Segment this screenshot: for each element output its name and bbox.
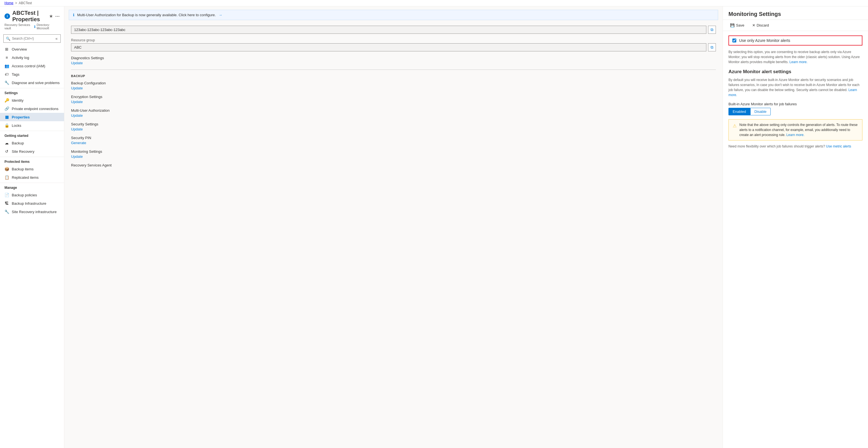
replicated-items-icon: 📋	[4, 175, 9, 180]
save-button[interactable]: 💾 Save	[728, 22, 746, 29]
security-pin-link[interactable]: Generate	[71, 141, 86, 145]
backup-config-label: Backup Configuration	[71, 81, 716, 85]
resource-group-label: Resource group	[71, 38, 716, 42]
sidebar: i ABCTest | Properties ★ ⋯ Recovery Serv…	[0, 6, 64, 448]
right-panel-content: Use only Azure Monitor alerts By selecti…	[723, 31, 868, 153]
toggle-enabled-button[interactable]: Enabled	[728, 108, 750, 115]
diagnostics-row: Diagnostics Settings Update	[71, 56, 716, 65]
info-icon: ℹ	[34, 25, 35, 29]
sidebar-item-backup-items[interactable]: 📦 Backup items	[0, 165, 64, 173]
description-1: By selecting this option, you are consen…	[728, 49, 862, 65]
backup-icon: ☁	[4, 141, 9, 145]
favorite-icon[interactable]: ★	[49, 14, 53, 19]
multi-user-link[interactable]: Update	[71, 113, 83, 117]
toggle-label: Built-in Azure Monitor alerts for job fa…	[728, 102, 862, 106]
learn-more-1-link[interactable]: Learn more.	[789, 60, 808, 64]
backup-items-icon: 📦	[4, 167, 9, 171]
breadcrumb-current: ABCTest	[19, 1, 32, 5]
tags-icon: 🏷	[4, 72, 9, 76]
multi-user-label: Multi-User Authorization	[71, 108, 716, 112]
multi-user-row: Multi-User Authorization Update	[71, 108, 716, 117]
use-azure-monitor-option[interactable]: Use only Azure Monitor alerts	[728, 35, 862, 45]
notification-bar[interactable]: ℹ Multi-User Authorization for Backup is…	[69, 10, 718, 20]
site-recovery-infrastructure-icon: 🔧	[4, 209, 9, 214]
warning-icon: ⚠	[733, 123, 737, 137]
settings-section-label: Settings	[0, 88, 64, 96]
activity-log-icon: ≡	[4, 55, 9, 60]
access-control-icon: 👥	[4, 64, 9, 68]
right-panel-toolbar: 💾 Save ✕ Discard	[723, 20, 868, 31]
security-settings-link[interactable]: Update	[71, 127, 83, 131]
sidebar-item-private-endpoint[interactable]: 🔗 Private endpoint connections	[0, 104, 64, 113]
sidebar-item-tags[interactable]: 🏷 Tags	[0, 70, 64, 78]
learn-more-warning-link[interactable]: Learn more.	[786, 133, 805, 137]
sidebar-item-overview[interactable]: ⊞ Overview	[0, 45, 64, 53]
search-input[interactable]	[12, 37, 53, 40]
sidebar-item-site-recovery[interactable]: ↺ Site Recovery	[0, 147, 64, 156]
notification-text: Multi-User Authorization for Backup is n…	[77, 13, 216, 17]
security-pin-row: Security PIN Generate	[71, 136, 716, 145]
discard-icon: ✕	[752, 23, 755, 27]
diagnostics-update-link[interactable]: Update	[71, 61, 83, 65]
sidebar-item-activity-log[interactable]: ≡ Activity log	[0, 53, 64, 62]
sidebar-item-site-recovery-infrastructure[interactable]: 🔧 Site Recovery infrastructure	[0, 208, 64, 216]
discard-button[interactable]: ✕ Discard	[750, 22, 771, 29]
monitoring-link[interactable]: Update	[71, 154, 83, 159]
properties-content: 123abc-123abc-123abc-123abc ⧉ Resource g…	[64, 24, 722, 178]
copy-resource-group-button[interactable]: ⧉	[708, 43, 716, 51]
warning-box: ⚠ Note that the above setting only contr…	[728, 119, 862, 140]
protected-items-section-label: Protected items	[0, 157, 64, 165]
sidebar-item-backup[interactable]: ☁ Backup	[0, 139, 64, 147]
backup-policies-icon: 📄	[4, 193, 9, 197]
metric-alerts-link[interactable]: Use metric alerts	[826, 144, 851, 148]
recovery-agent-label: Recovery Services Agent	[71, 163, 716, 167]
backup-config-link[interactable]: Update	[71, 86, 83, 90]
monitoring-row: Monitoring Settings Update	[71, 149, 716, 159]
backup-infrastructure-icon: 🏗	[4, 201, 9, 206]
collapse-button[interactable]: «	[55, 36, 58, 41]
breadcrumb: Home > ABCTest	[0, 0, 868, 6]
breadcrumb-home[interactable]: Home	[4, 1, 13, 5]
security-settings-label: Security Settings	[71, 122, 716, 126]
azure-monitor-checkbox[interactable]	[733, 39, 736, 42]
right-panel-title: Monitoring Settings	[728, 11, 862, 17]
diagnose-icon: 🔧	[4, 80, 9, 85]
sidebar-search-container[interactable]: 🔍 «	[3, 34, 61, 43]
sidebar-item-properties[interactable]: ▦ Properties	[0, 113, 64, 121]
site-recovery-icon: ↺	[4, 149, 9, 153]
recovery-agent-row: Recovery Services Agent	[71, 163, 716, 167]
encryption-link[interactable]: Update	[71, 100, 83, 104]
sidebar-item-backup-infrastructure[interactable]: 🏗 Backup Infrastructure	[0, 199, 64, 208]
sidebar-header: i ABCTest | Properties ★ ⋯ Recovery Serv…	[0, 6, 64, 32]
resource-id-value: 123abc-123abc-123abc-123abc	[71, 26, 706, 34]
diagnostics-label: Diagnostics Settings	[71, 56, 716, 60]
copy-resource-id-button[interactable]: ⧉	[708, 26, 716, 34]
private-endpoint-icon: 🔗	[4, 106, 9, 111]
right-panel: Monitoring Settings 💾 Save ✕ Discard Use…	[722, 6, 868, 448]
sidebar-subtitle: Recovery Services vault ℹ Directory: Mic…	[4, 23, 60, 30]
properties-icon: ▦	[4, 115, 9, 119]
toggle-disable-button[interactable]: Disable	[750, 108, 771, 115]
sidebar-item-backup-policies[interactable]: 📄 Backup policies	[0, 191, 64, 199]
sidebar-item-replicated-items[interactable]: 📋 Replicated items	[0, 173, 64, 181]
security-pin-label: Security PIN	[71, 136, 716, 140]
sidebar-item-locks[interactable]: 🔒 Locks	[0, 121, 64, 130]
notification-link[interactable]: →	[219, 13, 222, 17]
encryption-row: Encryption Settings Update	[71, 95, 716, 104]
backup-config-row: Backup Configuration Update	[71, 81, 716, 90]
manage-section-label: Manage	[0, 183, 64, 191]
getting-started-section-label: Getting started	[0, 131, 64, 139]
warning-text: Note that the above setting only control…	[739, 122, 858, 137]
save-icon: 💾	[730, 23, 735, 27]
main-panel: ℹ Multi-User Authorization for Backup is…	[64, 6, 722, 448]
app-icon: i	[4, 13, 10, 19]
right-panel-header: Monitoring Settings	[723, 6, 868, 20]
toggle-row: Built-in Azure Monitor alerts for job fa…	[728, 102, 862, 115]
search-icon: 🔍	[6, 37, 10, 41]
encryption-label: Encryption Settings	[71, 95, 716, 99]
more-options-icon[interactable]: ⋯	[55, 14, 60, 19]
identity-icon: 🔑	[4, 98, 9, 103]
sidebar-item-diagnose[interactable]: 🔧 Diagnose and solve problems	[0, 78, 64, 87]
sidebar-item-identity[interactable]: 🔑 Identity	[0, 96, 64, 104]
sidebar-item-access-control[interactable]: 👥 Access control (IAM)	[0, 62, 64, 70]
